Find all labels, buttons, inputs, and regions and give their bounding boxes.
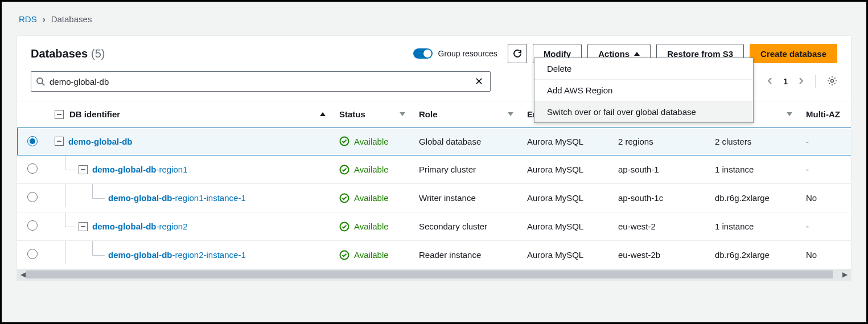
group-resources-toggle[interactable]: Group resources xyxy=(413,48,497,59)
db-identifier-link[interactable]: demo-global-db xyxy=(68,137,133,146)
region-cell: ap-south-1c xyxy=(611,184,708,212)
db-identifier-link[interactable]: demo-global-db-region2 xyxy=(92,222,188,231)
filter-icon xyxy=(508,112,513,116)
table-row[interactable]: demo-global-db-region1AvailablePrimary c… xyxy=(17,155,851,184)
clear-search-button[interactable]: ✕ xyxy=(472,75,486,88)
table-row[interactable]: demo-global-db-region2AvailableSecondary… xyxy=(17,212,851,241)
triangle-up-icon xyxy=(634,52,640,56)
engine-cell: Aurora MySQL xyxy=(520,212,611,241)
engine-cell: Aurora MySQL xyxy=(520,241,611,269)
multiaz-cell: - xyxy=(799,155,851,184)
actions-label: Actions xyxy=(598,49,630,59)
title-text: Databases xyxy=(31,47,88,60)
row-select-radio[interactable] xyxy=(27,136,38,146)
role-cell: Reader instance xyxy=(412,241,520,269)
refresh-button[interactable] xyxy=(508,44,527,63)
status-available: Available xyxy=(339,222,405,232)
filter-icon xyxy=(787,112,792,116)
engine-cell: Aurora MySQL xyxy=(520,128,611,155)
table-row[interactable]: demo-global-dbAvailableGlobal databaseAu… xyxy=(17,128,851,155)
region-cell: eu-west-2b xyxy=(611,241,708,269)
prev-page-button[interactable] xyxy=(767,77,773,87)
chevron-right-icon: › xyxy=(43,14,46,24)
horizontal-scrollbar[interactable]: ◀ ▶ xyxy=(17,269,851,280)
toggle-icon xyxy=(413,48,433,59)
tree-expander[interactable] xyxy=(55,137,64,146)
page-number: 1 xyxy=(783,77,788,86)
breadcrumb-current: Databases xyxy=(51,14,92,24)
size-cell: 1 instance xyxy=(708,155,799,184)
col-multiaz-header[interactable]: Multi-AZ xyxy=(799,101,851,128)
sort-asc-icon xyxy=(320,112,326,116)
actions-dropdown: Delete Add AWS Region Switch over or fai… xyxy=(534,58,754,123)
status-available: Available xyxy=(339,250,405,260)
table-row[interactable]: demo-global-db-region2-instance-1Availab… xyxy=(17,241,851,269)
row-select-radio[interactable] xyxy=(27,220,38,231)
row-select-radio[interactable] xyxy=(27,192,38,202)
tree-expander[interactable] xyxy=(79,222,88,231)
tree-expander[interactable] xyxy=(79,165,88,174)
svg-point-1 xyxy=(831,79,834,82)
db-identifier-link[interactable]: demo-global-db-region1 xyxy=(92,165,188,174)
db-identifier-link[interactable]: demo-global-db-region2-instance-1 xyxy=(108,250,246,260)
refresh-icon xyxy=(513,49,522,58)
action-delete[interactable]: Delete xyxy=(534,58,753,79)
col-select-header xyxy=(17,101,48,128)
col-db-identifier-header[interactable]: DB identifier xyxy=(48,101,332,128)
pager: 1 xyxy=(767,75,837,88)
size-cell: 1 instance xyxy=(708,212,799,241)
title-count: (5) xyxy=(91,47,105,60)
status-available: Available xyxy=(339,136,405,146)
col-status-header[interactable]: Status xyxy=(332,101,412,128)
svg-point-0 xyxy=(37,78,43,84)
multiaz-cell: No xyxy=(799,184,851,212)
db-identifier-link[interactable]: demo-global-db-region1-instance-1 xyxy=(108,193,246,203)
breadcrumb-link-rds[interactable]: RDS xyxy=(19,14,37,24)
status-available: Available xyxy=(339,193,405,203)
filter-icon xyxy=(400,112,405,116)
action-add-aws-region[interactable]: Add AWS Region xyxy=(534,79,753,101)
page-title: Databases (5) xyxy=(31,47,105,60)
group-resources-label: Group resources xyxy=(438,49,497,58)
region-cell: eu-west-2 xyxy=(611,212,708,241)
create-database-button[interactable]: Create database xyxy=(750,44,837,63)
role-cell: Global database xyxy=(412,128,520,155)
role-cell: Primary cluster xyxy=(412,155,520,184)
gear-icon xyxy=(827,76,837,86)
next-page-button[interactable] xyxy=(798,77,804,87)
engine-cell: Aurora MySQL xyxy=(520,155,611,184)
search-input-wrap: ✕ xyxy=(31,71,491,92)
role-cell: Writer instance xyxy=(412,184,520,212)
size-cell: 2 clusters xyxy=(708,128,799,155)
table-row[interactable]: demo-global-db-region1-instance-1Availab… xyxy=(17,184,851,212)
region-cell: 2 regions xyxy=(611,128,708,155)
search-input[interactable] xyxy=(50,77,468,87)
row-select-radio[interactable] xyxy=(27,163,38,174)
status-available: Available xyxy=(339,165,405,175)
search-icon xyxy=(36,77,45,86)
multiaz-cell: - xyxy=(799,212,851,241)
scroll-left-icon: ◀ xyxy=(20,270,26,278)
size-cell: db.r6g.2xlarge xyxy=(708,184,799,212)
scroll-right-icon: ▶ xyxy=(842,270,848,278)
multiaz-cell: - xyxy=(799,128,851,155)
col-role-header[interactable]: Role xyxy=(412,101,520,128)
scroll-thumb[interactable] xyxy=(26,270,833,278)
size-cell: db.r6g.2xlarge xyxy=(708,241,799,269)
databases-table: DB identifier Status Role Engine Region … xyxy=(17,101,851,280)
role-cell: Secondary cluster xyxy=(412,212,520,241)
row-select-radio[interactable] xyxy=(27,249,38,259)
breadcrumb: RDS › Databases xyxy=(2,2,866,35)
settings-button[interactable] xyxy=(827,76,837,88)
multiaz-cell: No xyxy=(799,241,851,269)
engine-cell: Aurora MySQL xyxy=(520,184,611,212)
action-switchover-failover[interactable]: Switch over or fail over global database xyxy=(534,101,753,122)
region-cell: ap-south-1 xyxy=(611,155,708,184)
